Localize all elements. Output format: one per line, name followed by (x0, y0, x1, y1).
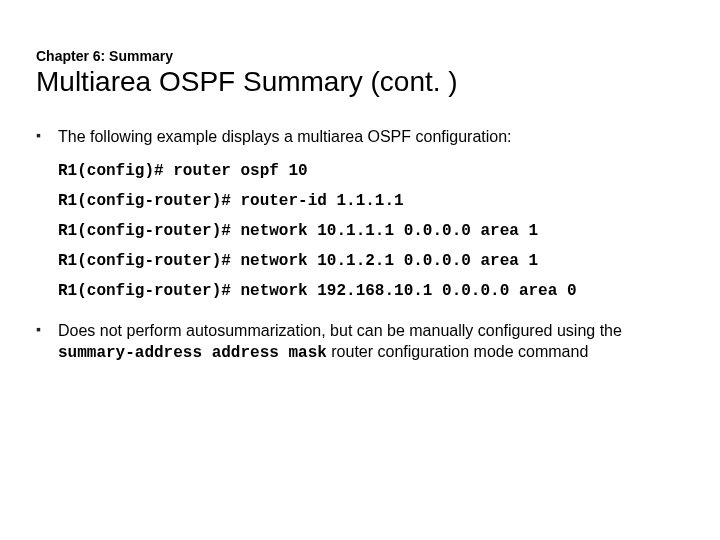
bullet-text-after: router configuration mode command (327, 343, 588, 360)
config-line: R1(config)# router ospf 10 (58, 156, 684, 186)
config-line: R1(config-router)# router-id 1.1.1.1 (58, 186, 684, 216)
config-line: R1(config-router)# network 10.1.2.1 0.0.… (58, 246, 684, 276)
config-line: R1(config-router)# network 10.1.1.1 0.0.… (58, 216, 684, 246)
bullet-text: The following example displays a multiar… (58, 128, 512, 145)
chapter-label: Chapter 6: Summary (36, 48, 684, 64)
bullet-item: Does not perform autosummarization, but … (36, 320, 684, 365)
config-block: R1(config)# router ospf 10 R1(config-rou… (58, 156, 684, 306)
bullet-item: The following example displays a multiar… (36, 126, 684, 306)
inline-code: summary-address address mask (58, 344, 327, 362)
config-line: R1(config-router)# network 192.168.10.1 … (58, 276, 684, 306)
page-title: Multiarea OSPF Summary (cont. ) (36, 66, 684, 98)
bullet-list: The following example displays a multiar… (36, 126, 684, 365)
bullet-text-before: Does not perform autosummarization, but … (58, 322, 622, 339)
